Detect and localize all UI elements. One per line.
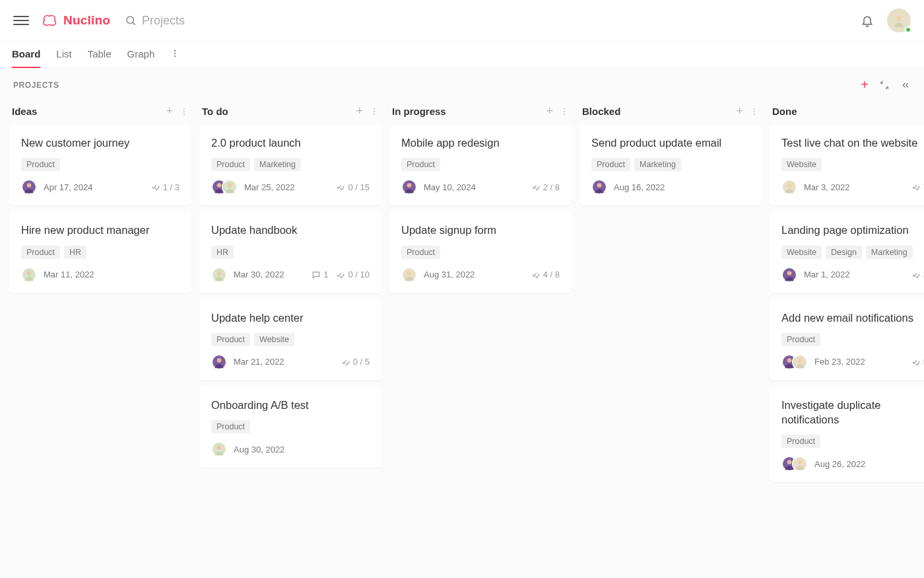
svg-point-22 (217, 271, 222, 275)
avatar (21, 267, 37, 283)
card-title: Onboarding A/B test (211, 398, 370, 412)
card-title: Send product update email (591, 135, 750, 150)
tag: Product (401, 246, 440, 259)
svg-point-38 (597, 183, 602, 188)
card-date: Mar 21, 2022 (234, 357, 284, 367)
tab-more-icon[interactable] (170, 49, 180, 67)
card[interactable]: Add new email notificationsProductFeb 23… (770, 300, 924, 380)
avatar (211, 267, 227, 283)
card-date: Aug 30, 2022 (234, 445, 284, 454)
card-title: Landing page optimization (781, 223, 924, 237)
checklist-progress: 0 / 5 (341, 357, 370, 367)
card-date: Mar 11, 2022 (44, 270, 94, 279)
add-item-button[interactable]: + (861, 77, 869, 92)
tag: Product (401, 158, 440, 171)
card-tags: ProductMarketing (211, 158, 370, 171)
avatar (781, 267, 797, 283)
search-input[interactable]: Projects (125, 14, 185, 28)
svg-point-11 (27, 183, 32, 188)
svg-point-20 (228, 183, 232, 188)
column-add-icon[interactable]: + (736, 104, 743, 118)
avatar (591, 179, 607, 195)
tag: Marketing (254, 158, 301, 171)
avatar (401, 267, 417, 283)
column-add-icon[interactable]: + (356, 104, 363, 118)
column-more-icon[interactable] (560, 107, 569, 116)
card[interactable]: Landing page optimizationWebsiteDesignMa… (770, 212, 924, 293)
column-more-icon[interactable] (370, 107, 379, 116)
column-title: In progress (392, 106, 446, 117)
card-tags: Website (781, 158, 924, 171)
hamburger-menu-button[interactable] (13, 13, 29, 28)
svg-point-26 (217, 445, 222, 450)
card-date: Mar 3, 2022 (804, 182, 849, 192)
card-title: Test live chat on the website (781, 135, 924, 150)
column-done: Done + Test live chat on the websiteWebs… (770, 100, 924, 482)
card-date: May 10, 2024 (424, 182, 476, 192)
svg-point-0 (127, 17, 134, 24)
card[interactable]: Update handbookHRMar 30, 202210 / 10 (199, 212, 381, 293)
checklist-progress: 3 / 3 (911, 270, 924, 279)
collapse-icon[interactable] (879, 80, 890, 90)
card[interactable]: Update signup formProductAug 31, 20224 /… (389, 212, 572, 293)
card-assignees (211, 354, 230, 370)
column-in-progress: In progress + Mobile app redesignProduct… (389, 100, 572, 482)
board-area: PROJECTS + Ideas + New customer journeyP… (0, 68, 924, 578)
card[interactable]: Hire new product managerProductHRMar 11,… (9, 212, 191, 293)
online-status-indicator (905, 26, 911, 33)
card-title: Investigate duplicate notifications (781, 398, 924, 427)
avatar (211, 354, 227, 370)
avatar (222, 179, 238, 195)
column-more-icon[interactable] (750, 107, 759, 116)
comment-count: 1 (312, 270, 328, 279)
card[interactable]: New customer journeyProductApr 17, 20241… (9, 125, 191, 205)
checklist-progress: 0 / 10 (336, 270, 370, 279)
column-add-icon[interactable]: + (546, 104, 553, 118)
card[interactable]: Send product update emailProductMarketin… (579, 125, 762, 205)
card-date: Aug 16, 2022 (614, 182, 665, 192)
column-blocked: Blocked + Send product update emailProdu… (579, 100, 762, 482)
svg-point-16 (374, 114, 375, 115)
tab-list[interactable]: List (56, 42, 71, 67)
user-avatar[interactable] (887, 9, 911, 32)
card-assignees (781, 354, 810, 370)
avatar (781, 179, 797, 195)
svg-point-4 (174, 50, 176, 52)
column-title: Done (772, 106, 797, 117)
avatar (211, 441, 227, 457)
tab-board[interactable]: Board (12, 42, 40, 67)
checklist-progress: 2 / 8 (531, 182, 560, 192)
card-date: Feb 23, 2022 (814, 357, 865, 367)
svg-line-1 (133, 22, 135, 24)
svg-point-18 (217, 183, 222, 188)
svg-point-24 (217, 358, 222, 363)
card-title: Update signup form (401, 223, 560, 237)
tag: Website (254, 333, 294, 346)
tag: Product (21, 158, 60, 171)
card[interactable]: Investigate duplicate notificationsProdu… (770, 387, 924, 483)
card[interactable]: 2.0 product launchProductMarketingMar 25… (199, 125, 381, 205)
tab-graph[interactable]: Graph (127, 42, 155, 67)
card[interactable]: Update help centerProductWebsiteMar 21, … (199, 300, 381, 380)
card[interactable]: Mobile app redesignProductMay 10, 20242 … (389, 125, 572, 205)
card-tags: Product (401, 246, 560, 259)
tag: Product (211, 333, 250, 346)
column-add-icon[interactable]: + (166, 104, 173, 118)
column-title: Blocked (582, 106, 620, 117)
checklist-progress: 4 / 8 (531, 270, 560, 279)
card-title: Update help center (211, 310, 370, 325)
column-more-icon[interactable] (180, 107, 189, 116)
svg-point-3 (896, 16, 901, 20)
card[interactable]: Onboarding A/B testProductAug 30, 2022 (199, 387, 381, 468)
notifications-icon[interactable] (861, 14, 874, 27)
card[interactable]: Test live chat on the websiteWebsiteMar … (770, 125, 924, 205)
brand-logo[interactable]: Nuclino (41, 13, 110, 28)
tag: Product (211, 158, 250, 171)
tab-table[interactable]: Table (88, 42, 112, 67)
card-assignees (401, 179, 420, 195)
card-title: Hire new product manager (21, 223, 180, 237)
svg-point-14 (374, 108, 375, 109)
chevron-double-left-icon[interactable] (900, 80, 911, 90)
card-title: Add new email notifications (781, 310, 924, 325)
brand-name: Nuclino (63, 13, 110, 28)
